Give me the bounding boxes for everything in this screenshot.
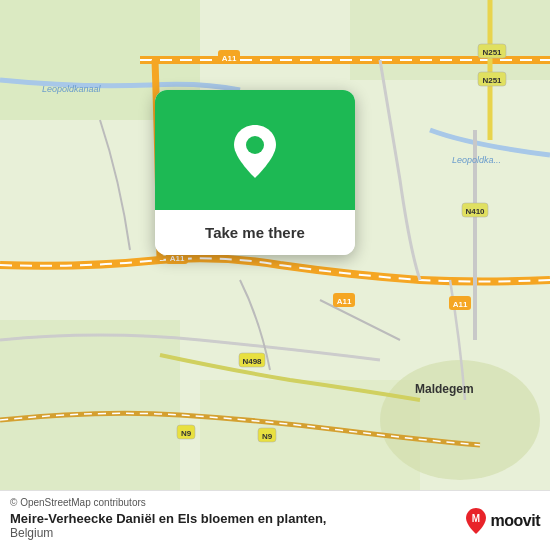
svg-text:A11: A11 <box>222 54 237 63</box>
svg-text:Leopoldka...: Leopoldka... <box>452 155 501 165</box>
location-pin-icon <box>230 120 280 180</box>
take-me-there-button[interactable]: Take me there <box>155 210 355 255</box>
bottom-bar: © OpenStreetMap contributors Meire-Verhe… <box>0 490 550 550</box>
location-popup: Take me there <box>155 90 355 255</box>
svg-text:M: M <box>471 513 479 524</box>
map-background: A11 A11 A11 A11 N251 N251 N410 N498 N9 N… <box>0 0 550 490</box>
svg-text:Leopoldkanaal: Leopoldkanaal <box>42 84 102 94</box>
moovit-logo: M moovit <box>465 507 540 535</box>
svg-text:N410: N410 <box>465 207 485 216</box>
svg-point-30 <box>246 136 264 154</box>
svg-text:A11: A11 <box>170 254 185 263</box>
svg-text:A11: A11 <box>453 300 468 309</box>
popup-header <box>155 90 355 210</box>
svg-text:A11: A11 <box>337 297 352 306</box>
attribution-text: © OpenStreetMap contributors <box>10 497 540 508</box>
svg-text:N498: N498 <box>242 357 262 366</box>
svg-text:N9: N9 <box>181 429 192 438</box>
svg-rect-3 <box>0 320 180 490</box>
place-country: Belgium <box>10 526 540 540</box>
place-name: Meire-Verheecke Daniël en Els bloemen en… <box>10 511 540 526</box>
svg-text:Maldegem: Maldegem <box>415 382 474 396</box>
moovit-brand-text: moovit <box>491 512 540 530</box>
svg-text:N251: N251 <box>482 48 502 57</box>
svg-point-5 <box>380 360 540 480</box>
svg-text:N9: N9 <box>262 432 273 441</box>
svg-text:N251: N251 <box>482 76 502 85</box>
moovit-pin-icon: M <box>465 507 487 535</box>
